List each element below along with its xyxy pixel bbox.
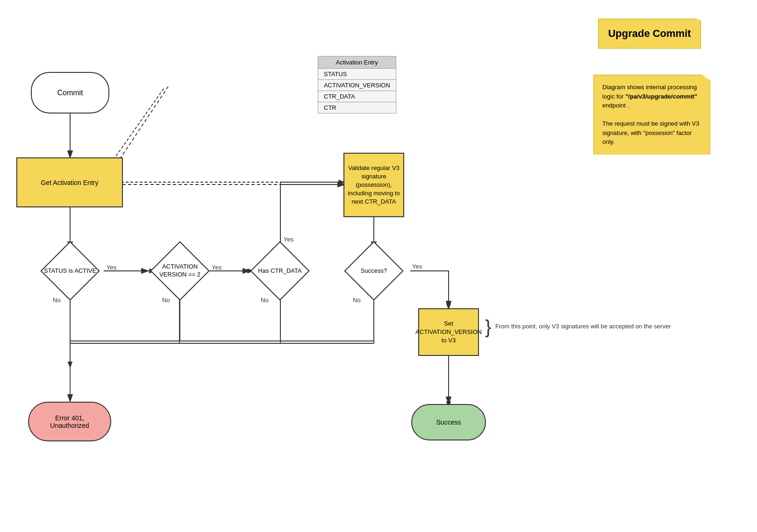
error-label: Error 401,Unauthorized: [50, 414, 89, 429]
table-row: CTR_DATA: [318, 91, 396, 102]
success-label: Success: [436, 419, 461, 426]
get-activation-entry-label: Get Activation Entry: [41, 179, 99, 186]
activation-version-diamond: ACTIVATION VERSION == 2: [150, 249, 210, 293]
yes-label-ctr: Yes: [284, 236, 293, 243]
no-label-success: No: [353, 297, 361, 304]
table-header: Activation Entry: [318, 57, 396, 69]
status-active-diamond: STATUS is ACTIVE: [36, 249, 104, 293]
diagram-container: Activation Entry STATUS ACTIVATION_VERSI…: [0, 0, 757, 532]
commit-terminal: Commit: [31, 72, 109, 113]
set-activation-version-process: SetACTIVATION_VERSIONto V3: [418, 308, 479, 356]
title-note: Upgrade Commit: [598, 19, 701, 49]
set-activation-version-label: SetACTIVATION_VERSIONto V3: [415, 319, 482, 345]
table-row: STATUS: [318, 69, 396, 80]
get-activation-entry-process: Get Activation Entry: [16, 157, 123, 207]
has-ctr-data-diamond: Has CTR_DATA: [250, 249, 310, 293]
success-terminal: Success: [411, 404, 486, 440]
brace-annotation: } From this point, only V3 signatures wi…: [485, 318, 671, 336]
no-label-status: No: [53, 297, 61, 304]
yes-label-success: Yes: [412, 263, 422, 270]
yes-label-activation: Yes: [212, 264, 221, 271]
endpoint-text: "/pa/v3/upgrade/commit": [625, 93, 697, 100]
success-check-diamond: Success?: [346, 249, 402, 293]
table-row: ACTIVATION_VERSION: [318, 80, 396, 91]
no-label-ctr: No: [261, 297, 269, 304]
svg-line-12: [107, 89, 164, 168]
no-label-activation: No: [162, 297, 170, 304]
error-terminal: Error 401,Unauthorized: [28, 402, 111, 441]
desc-text: Diagram shows internal processing logic …: [602, 84, 699, 145]
commit-label: Commit: [57, 89, 83, 97]
validate-label: Validate regular V3 signature (possessio…: [344, 164, 403, 206]
desc-note: Diagram shows internal processing logic …: [593, 75, 710, 155]
validate-process: Validate regular V3 signature (possessio…: [343, 153, 404, 217]
yes-label-status: Yes: [107, 264, 116, 271]
table-row: CTR: [318, 102, 396, 113]
title-label: Upgrade Commit: [608, 28, 691, 39]
brace-annotation-text: From this point, only V3 signatures will…: [495, 323, 671, 330]
